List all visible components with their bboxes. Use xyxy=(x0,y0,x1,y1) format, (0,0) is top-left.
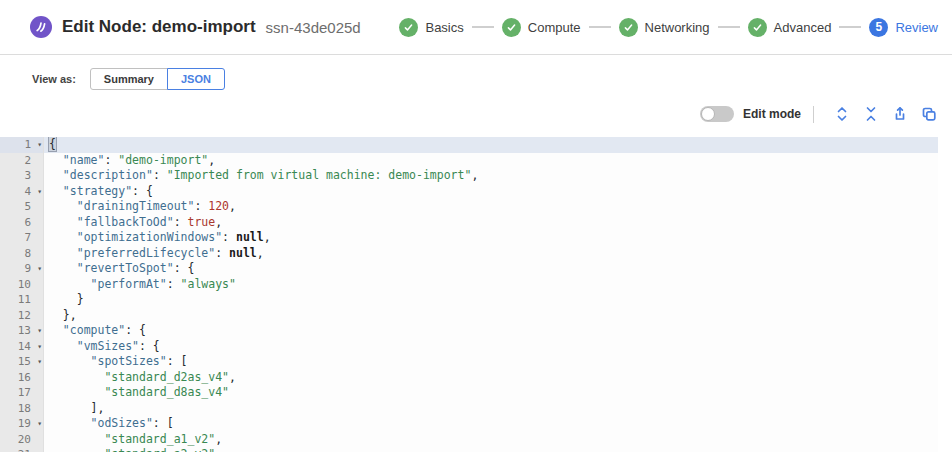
step-connector xyxy=(839,26,861,28)
wizard-stepper: BasicsComputeNetworkingAdvanced5Review xyxy=(399,18,938,37)
line-number: 20 xyxy=(18,432,39,448)
line-number: 16 xyxy=(18,370,39,386)
code-text: "spotSizes": [ xyxy=(44,354,938,370)
code-text: { xyxy=(44,137,938,153)
code-text: "strategy": { xyxy=(44,184,938,200)
fold-toggle-icon[interactable]: ▾ xyxy=(37,137,42,153)
spot-logo-icon xyxy=(30,16,52,38)
code-text: "standard_a2_v2" xyxy=(44,447,938,452)
toggle-knob xyxy=(701,107,715,121)
code-line: 9▾ "revertToSpot": { xyxy=(0,261,938,277)
code-line: 20 "standard_a1_v2", xyxy=(0,432,938,448)
line-number: 18 xyxy=(18,401,39,417)
line-number: 2 xyxy=(24,153,39,169)
gutter-cell: 17 xyxy=(0,385,44,401)
check-icon xyxy=(619,18,638,37)
line-number: 14 xyxy=(18,339,39,355)
code-text: } xyxy=(44,292,938,308)
gutter-cell: 3 xyxy=(0,168,44,184)
node-id: ssn-43de025d xyxy=(266,19,361,36)
gutter-cell: 4▾ xyxy=(0,184,44,200)
step-label: Review xyxy=(895,20,938,35)
code-line: 10 "performAt": "always" xyxy=(0,277,938,293)
gutter-cell: 20 xyxy=(0,432,44,448)
code-text: "performAt": "always" xyxy=(44,277,938,293)
line-number: 19 xyxy=(18,416,39,432)
code-line: 17 "standard_d8as_v4" xyxy=(0,385,938,401)
line-number: 3 xyxy=(24,168,39,184)
line-number: 11 xyxy=(18,292,39,308)
fold-toggle-icon[interactable]: ▾ xyxy=(37,261,42,277)
line-number: 13 xyxy=(18,323,39,339)
code-line: 11 } xyxy=(0,292,938,308)
code-text: "preferredLifecycle": null, xyxy=(44,246,938,262)
view-as-bar: View as: SummaryJSON xyxy=(32,68,952,90)
step-review[interactable]: 5Review xyxy=(869,18,938,37)
code-line: 8 "preferredLifecycle": null, xyxy=(0,246,938,262)
code-line: 12 }, xyxy=(0,308,938,324)
code-text: "revertToSpot": { xyxy=(44,261,938,277)
gutter-cell: 14▾ xyxy=(0,339,44,355)
code-text: "standard_d8as_v4" xyxy=(44,385,938,401)
check-icon xyxy=(502,18,521,37)
editor-toolbar: Edit mode xyxy=(0,104,938,124)
line-number: 8 xyxy=(24,246,39,262)
toolbar-icons xyxy=(822,106,938,123)
step-networking[interactable]: Networking xyxy=(619,18,710,37)
edit-mode-toggle[interactable] xyxy=(700,106,734,122)
step-basics[interactable]: Basics xyxy=(399,18,463,37)
gutter-cell: 2 xyxy=(0,153,44,169)
gutter-cell: 16 xyxy=(0,370,44,386)
collapse-icon[interactable] xyxy=(863,106,880,123)
fold-toggle-icon[interactable]: ▾ xyxy=(37,416,42,432)
expand-icon[interactable] xyxy=(834,106,851,123)
code-text: "standard_a1_v2", xyxy=(44,432,938,448)
code-line: 5 "drainingTimeout": 120, xyxy=(0,199,938,215)
code-line: 18 ], xyxy=(0,401,938,417)
code-line: 15▾ "spotSizes": [ xyxy=(0,354,938,370)
step-number: 5 xyxy=(869,18,888,37)
toolbar-divider xyxy=(813,106,814,123)
code-line: 13▾ "compute": { xyxy=(0,323,938,339)
view-option-summary[interactable]: Summary xyxy=(90,68,168,90)
gutter-cell: 8 xyxy=(0,246,44,262)
page-title: Edit Node: demo-import xyxy=(62,17,256,37)
code-text: "odSizes": [ xyxy=(44,416,938,432)
line-number: 21 xyxy=(18,447,39,452)
step-label: Basics xyxy=(425,20,463,35)
code-line: 7 "optimizationWindows": null, xyxy=(0,230,938,246)
code-text: "vmSizes": { xyxy=(44,339,938,355)
gutter-cell: 5 xyxy=(0,199,44,215)
header: Edit Node: demo-import ssn-43de025d Basi… xyxy=(0,0,952,55)
export-icon[interactable] xyxy=(892,106,909,123)
code-line: 2 "name": "demo-import", xyxy=(0,153,938,169)
line-number: 6 xyxy=(24,215,39,231)
code-line: 3 "description": "Imported from virtual … xyxy=(0,168,938,184)
line-number: 17 xyxy=(18,385,39,401)
code-line: 21 "standard_a2_v2" xyxy=(0,447,938,452)
code-text: "standard_d2as_v4", xyxy=(44,370,938,386)
fold-toggle-icon[interactable]: ▾ xyxy=(37,184,42,200)
json-editor[interactable]: 1▾{2 "name": "demo-import",3 "descriptio… xyxy=(0,137,938,452)
line-number: 15 xyxy=(18,354,39,370)
fold-toggle-icon[interactable]: ▾ xyxy=(37,323,42,339)
gutter-cell: 15▾ xyxy=(0,354,44,370)
fold-toggle-icon[interactable]: ▾ xyxy=(37,354,42,370)
view-toggle-group: SummaryJSON xyxy=(90,68,225,90)
code-line: 19▾ "odSizes": [ xyxy=(0,416,938,432)
gutter-cell: 13▾ xyxy=(0,323,44,339)
code-line: 16 "standard_d2as_v4", xyxy=(0,370,938,386)
view-option-json[interactable]: JSON xyxy=(167,68,225,90)
edit-mode-label: Edit mode xyxy=(743,107,801,121)
code-text: ], xyxy=(44,401,938,417)
fold-toggle-icon[interactable]: ▾ xyxy=(37,339,42,355)
copy-icon[interactable] xyxy=(921,106,938,123)
step-advanced[interactable]: Advanced xyxy=(748,18,832,37)
line-number: 12 xyxy=(18,308,39,324)
step-label: Advanced xyxy=(774,20,832,35)
step-compute[interactable]: Compute xyxy=(502,18,581,37)
gutter-cell: 19▾ xyxy=(0,416,44,432)
step-connector xyxy=(589,26,611,28)
step-connector xyxy=(718,26,740,28)
view-as-label: View as: xyxy=(32,73,76,85)
